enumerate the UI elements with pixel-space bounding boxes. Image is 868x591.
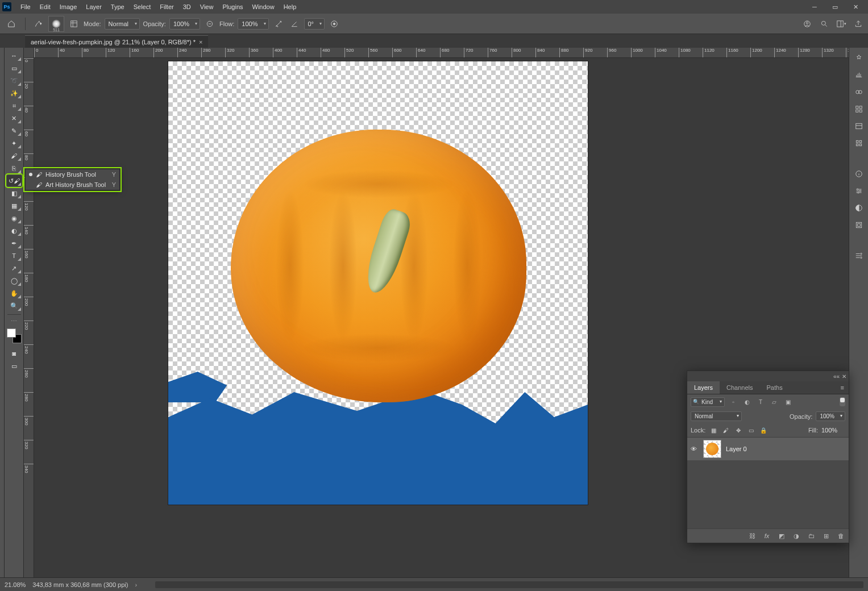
color-panel-icon[interactable]: [853, 52, 865, 64]
layer-fx-icon[interactable]: fx: [762, 531, 771, 540]
screen-mode-icon[interactable]: ▭: [7, 360, 22, 372]
panel-collapse-icon[interactable]: ««: [833, 373, 840, 380]
adjustments2-panel-icon[interactable]: [853, 185, 865, 197]
tool-brush[interactable]: 🖌: [7, 150, 22, 161]
filter-type-icon[interactable]: T: [755, 397, 766, 407]
close-button[interactable]: ✕: [845, 0, 866, 14]
lock-artboard-icon[interactable]: ▭: [746, 426, 755, 435]
tab-close-icon[interactable]: ×: [199, 39, 202, 45]
patterns-panel-icon[interactable]: [853, 103, 865, 115]
brush-preset-picker[interactable]: 511: [48, 16, 64, 32]
tool-more-icon[interactable]: ⋯: [11, 318, 17, 325]
document-canvas[interactable]: [168, 61, 588, 505]
filter-pixel-icon[interactable]: ▫: [728, 397, 738, 407]
fill-dropdown[interactable]: 100%: [821, 427, 845, 434]
libraries-panel-icon[interactable]: [853, 219, 865, 231]
menu-edit[interactable]: Edit: [35, 1, 55, 13]
menu-layer[interactable]: Layer: [81, 1, 106, 13]
tab-channels[interactable]: Channels: [720, 381, 759, 394]
tool-gradient[interactable]: ▦: [7, 200, 22, 211]
lock-position-icon[interactable]: ✥: [734, 426, 743, 435]
tool-lasso[interactable]: ➰: [7, 75, 22, 86]
tool-spot-heal[interactable]: ✦: [7, 138, 22, 149]
filter-toggle-switch[interactable]: [840, 397, 845, 406]
tool-crop[interactable]: ⌗: [7, 100, 22, 111]
filter-smart-icon[interactable]: ▣: [783, 397, 793, 407]
layer-mask-icon[interactable]: ◩: [777, 531, 786, 540]
properties-panel-icon[interactable]: [853, 120, 865, 132]
layer-thumbnail[interactable]: [703, 440, 721, 458]
doc-info[interactable]: 343,83 mm x 360,68 mm (300 ppi): [32, 581, 128, 588]
brush-panel-toggle-icon[interactable]: [68, 18, 80, 30]
color-swatches[interactable]: [7, 328, 22, 343]
ruler-vertical[interactable]: 0204060801001201401601802002202402602803…: [24, 58, 34, 577]
tool-move[interactable]: ↔: [7, 50, 22, 61]
tool-history-brush[interactable]: ↺🖌: [7, 175, 22, 186]
menu-help[interactable]: Help: [279, 1, 301, 13]
tab-paths[interactable]: Paths: [760, 381, 790, 394]
tool-pen[interactable]: ✒: [7, 238, 22, 249]
info-panel-icon[interactable]: [853, 168, 865, 180]
document-tab[interactable]: aerial-view-fresh-pumpkin.jpg @ 21,1% (L…: [25, 35, 208, 48]
menu-3d[interactable]: 3D: [178, 1, 196, 13]
ruler-origin[interactable]: [24, 48, 34, 58]
angle-input[interactable]: 0°: [304, 18, 325, 30]
maximize-button[interactable]: ▭: [825, 0, 845, 14]
layer-name[interactable]: Layer 0: [726, 446, 747, 452]
gradients-panel-icon[interactable]: [853, 86, 865, 98]
lock-pixels-icon[interactable]: 🖌: [721, 426, 730, 435]
delete-layer-icon[interactable]: 🗑: [836, 531, 845, 540]
layers-panel-icon[interactable]: [853, 250, 865, 261]
styles-panel-icon[interactable]: [853, 202, 865, 214]
pressure-opacity-icon[interactable]: [203, 18, 216, 30]
tool-shape[interactable]: ◯: [7, 275, 22, 286]
home-button[interactable]: [3, 16, 19, 32]
filter-kind-dropdown[interactable]: Kind: [691, 397, 725, 407]
tool-magic-wand[interactable]: ✨: [7, 88, 22, 99]
menu-image[interactable]: Image: [55, 1, 82, 13]
tool-hand[interactable]: ✋: [7, 288, 22, 299]
new-layer-icon[interactable]: ⊞: [821, 531, 830, 540]
filter-adjustment-icon[interactable]: ◐: [742, 397, 752, 407]
layer-opacity-dropdown[interactable]: 100%: [816, 411, 845, 421]
flyout-item-history-brush[interactable]: 🖌 History Brush Tool Y: [26, 169, 119, 180]
tool-path-select[interactable]: ↗: [7, 263, 22, 274]
doc-info-arrow-icon[interactable]: ›: [135, 581, 137, 588]
layer-group-icon[interactable]: 🗀: [807, 531, 816, 540]
quick-mask-icon[interactable]: ◙: [7, 348, 22, 359]
share-icon[interactable]: [852, 18, 865, 30]
workspace-switcher-icon[interactable]: ▾: [835, 18, 848, 30]
panel-menu-icon[interactable]: ≡: [836, 381, 849, 394]
layer-visibility-icon[interactable]: 👁: [691, 446, 699, 452]
horizontal-scrollbar[interactable]: [155, 581, 863, 588]
flow-dropdown[interactable]: 100%: [238, 18, 268, 30]
current-tool-icon[interactable]: ▾: [31, 17, 45, 31]
link-layers-icon[interactable]: ⛓: [747, 531, 757, 540]
tool-clone[interactable]: ⎘: [7, 163, 22, 174]
tool-dodge[interactable]: ◐: [7, 225, 22, 236]
minimize-button[interactable]: ─: [804, 0, 825, 14]
menu-select[interactable]: Select: [129, 1, 156, 13]
tools-collapse-handle[interactable]: [0, 48, 5, 577]
adjustments-panel-icon[interactable]: [853, 138, 865, 149]
opacity-dropdown[interactable]: 100%: [169, 18, 200, 30]
layers-panel[interactable]: «« ✕ Layers Channels Paths ≡ Kind ▫ ◐ T …: [687, 371, 849, 543]
swatches-panel-icon[interactable]: [853, 69, 865, 81]
zoom-level[interactable]: 21.08%: [5, 581, 26, 588]
menu-type[interactable]: Type: [106, 1, 129, 13]
ruler-horizontal[interactable]: 0408012016020024028032036040044048052056…: [34, 48, 849, 58]
menu-filter[interactable]: Filter: [155, 1, 178, 13]
tool-type[interactable]: T: [7, 250, 22, 261]
menu-plugins[interactable]: Plugins: [218, 1, 247, 13]
foreground-color-swatch[interactable]: [7, 328, 16, 338]
tool-frame[interactable]: ✕: [7, 113, 22, 124]
panel-header[interactable]: «« ✕: [687, 371, 849, 381]
menu-view[interactable]: View: [196, 1, 218, 13]
search-icon[interactable]: [818, 18, 830, 30]
layer-blend-dropdown[interactable]: Normal: [691, 411, 742, 421]
tool-eyedropper[interactable]: ✎: [7, 125, 22, 136]
menu-window[interactable]: Window: [248, 1, 279, 13]
cloud-docs-icon[interactable]: [801, 18, 813, 30]
lock-transparency-icon[interactable]: ▦: [709, 426, 718, 435]
adjustment-layer-icon[interactable]: ◑: [792, 531, 801, 540]
